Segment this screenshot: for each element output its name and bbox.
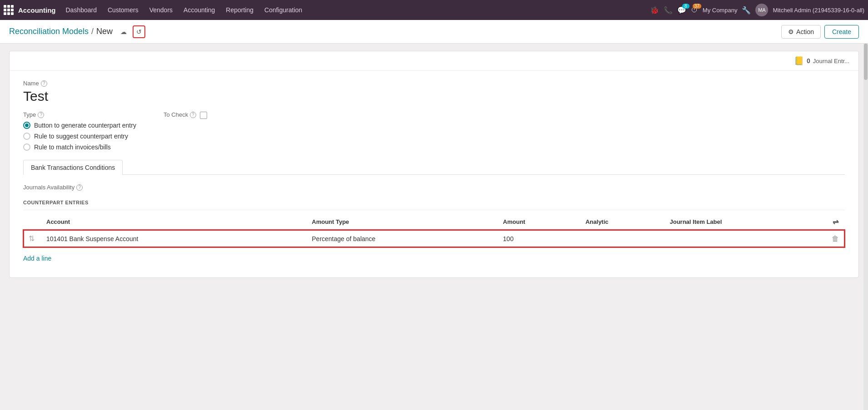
top-navigation: Accounting Dashboard Customers Vendors A… <box>0 0 868 20</box>
sort-handle-icon[interactable]: ⇅ <box>29 235 35 242</box>
type-radio-group: Button to generate counterpart entry Rul… <box>23 122 136 151</box>
nav-configuration[interactable]: Configuration <box>260 4 307 16</box>
type-option-0[interactable]: Button to generate counterpart entry <box>23 122 136 129</box>
nav-reporting[interactable]: Reporting <box>221 4 258 16</box>
type-help-icon[interactable]: ? <box>38 112 44 118</box>
chat-icon[interactable]: 💬 8 <box>677 6 686 15</box>
type-option-label-0: Button to generate counterpart entry <box>34 122 136 129</box>
name-label: Name ? <box>23 80 845 87</box>
breadcrumb-current: New <box>96 27 113 36</box>
journal-entry-stat[interactable]: 📒 0 Journal Entr... <box>794 56 849 66</box>
journal-label: Journal Entr... <box>813 58 849 64</box>
tools-icon[interactable]: 🔧 <box>742 6 751 15</box>
nav-customers[interactable]: Customers <box>103 4 143 16</box>
row-delete-cell: 🗑 <box>826 230 844 247</box>
app-logo[interactable]: Accounting <box>4 5 56 15</box>
type-field: Type ? Button to generate counterpart en… <box>23 111 136 151</box>
record-name[interactable]: Test <box>23 89 845 104</box>
tab-bank-transactions[interactable]: Bank Transactions Conditions <box>23 160 123 175</box>
journal-count: 0 <box>807 57 810 64</box>
type-option-1[interactable]: Rule to suggest counterpart entry <box>23 133 136 140</box>
user-name: Mitchell Admin (21945339-16-0-all) <box>773 7 864 14</box>
discard-button[interactable]: ↺ <box>133 25 145 38</box>
type-option-2[interactable]: Rule to match invoices/bills <box>23 143 136 151</box>
nav-vendors[interactable]: Vendors <box>145 4 177 16</box>
to-check-checkbox[interactable] <box>200 112 207 119</box>
nav-accounting[interactable]: Accounting <box>179 4 219 16</box>
row-account[interactable]: 101401 Bank Suspense Account <box>42 230 308 247</box>
breadcrumb-parent[interactable]: Reconciliation Models <box>9 27 89 36</box>
scrollbar-track[interactable] <box>863 44 868 410</box>
phone-icon[interactable]: 📞 <box>664 6 673 15</box>
counterpart-entries-table: Account Amount Type Amount Analytic Jour… <box>23 214 845 247</box>
row-analytic[interactable] <box>581 230 665 247</box>
to-check-label: To Check ? <box>164 111 196 118</box>
form-card: 📒 0 Journal Entr... Name ? Test Type ? <box>9 51 859 278</box>
to-check-help-icon[interactable]: ? <box>190 112 196 118</box>
nav-dashboard[interactable]: Dashboard <box>61 4 102 16</box>
grid-icon <box>4 5 14 15</box>
timer-icon[interactable]: ⏱ 37 <box>691 6 698 14</box>
action-button[interactable]: ⚙ Action <box>781 25 821 39</box>
avatar[interactable]: MA <box>755 4 768 16</box>
journals-help-icon[interactable]: ? <box>76 184 83 191</box>
th-amount-type: Amount Type <box>308 214 499 230</box>
type-label: Type ? <box>23 111 136 118</box>
tab-content: Journals Availability ? COUNTERPART ENTR… <box>23 175 845 264</box>
journal-icon: 📒 <box>794 56 804 66</box>
row-handle[interactable]: ⇅ <box>24 230 42 247</box>
type-option-label-2: Rule to match invoices/bills <box>34 143 111 151</box>
row-journal-item-label[interactable] <box>665 230 826 247</box>
th-handle <box>24 214 42 230</box>
breadcrumb-separator: / <box>91 27 94 36</box>
form-body: Name ? Test Type ? Butto <box>10 71 858 277</box>
action-button-label: Action <box>796 28 814 35</box>
th-amount: Amount <box>498 214 581 230</box>
chat-badge: 8 <box>682 4 689 9</box>
table-header: Account Amount Type Amount Analytic Jour… <box>24 214 844 230</box>
th-account: Account <box>42 214 308 230</box>
timer-badge: 37 <box>693 4 701 9</box>
breadcrumb-icons: ☁ ↺ <box>117 25 145 38</box>
stat-bar: 📒 0 Journal Entr... <box>10 51 858 71</box>
th-journal-item-label: Journal Item Label <box>665 214 826 230</box>
radio-circle-0 <box>23 122 30 129</box>
save-cloud-button[interactable]: ☁ <box>117 25 130 38</box>
row-amount-type[interactable]: Percentage of balance <box>308 230 499 247</box>
radio-circle-1 <box>23 133 30 140</box>
bug-icon[interactable]: 🐞 <box>650 6 659 15</box>
app-name: Accounting <box>18 6 56 14</box>
name-help-icon[interactable]: ? <box>41 80 47 87</box>
tab-bar: Bank Transactions Conditions <box>23 160 845 175</box>
add-line-button[interactable]: Add a line <box>23 253 51 264</box>
section-divider <box>23 210 845 210</box>
type-row: Type ? Button to generate counterpart en… <box>23 111 845 151</box>
breadcrumb-bar: Reconciliation Models / New ☁ ↺ ⚙ Action… <box>0 20 868 44</box>
nav-icons: 🐞 📞 💬 8 ⏱ 37 My Company 🔧 MA Mitchell Ad… <box>650 4 864 16</box>
scrollbar-thumb[interactable] <box>864 44 868 80</box>
radio-circle-2 <box>23 143 30 151</box>
journals-availability-label: Journals Availability ? <box>23 184 845 191</box>
gear-icon: ⚙ <box>788 28 794 35</box>
company-name: My Company <box>703 7 738 14</box>
create-button[interactable]: Create <box>824 25 859 39</box>
th-actions: ⇌ <box>826 214 844 230</box>
type-option-label-1: Rule to suggest counterpart entry <box>34 133 128 140</box>
transfer-icon: ⇌ <box>833 218 838 226</box>
row-amount[interactable]: 100 <box>498 230 581 247</box>
main-area: 📒 0 Journal Entr... Name ? Test Type ? <box>0 44 868 410</box>
th-analytic: Analytic <box>581 214 665 230</box>
radio-dot-0 <box>25 123 29 127</box>
counterpart-section-title: COUNTERPART ENTRIES <box>23 200 845 205</box>
to-check-field: To Check ? <box>164 111 207 119</box>
delete-row-button[interactable]: 🗑 <box>832 235 839 243</box>
table-body: ⇅ 101401 Bank Suspense Account Percentag… <box>24 230 844 247</box>
table-row[interactable]: ⇅ 101401 Bank Suspense Account Percentag… <box>24 230 844 247</box>
